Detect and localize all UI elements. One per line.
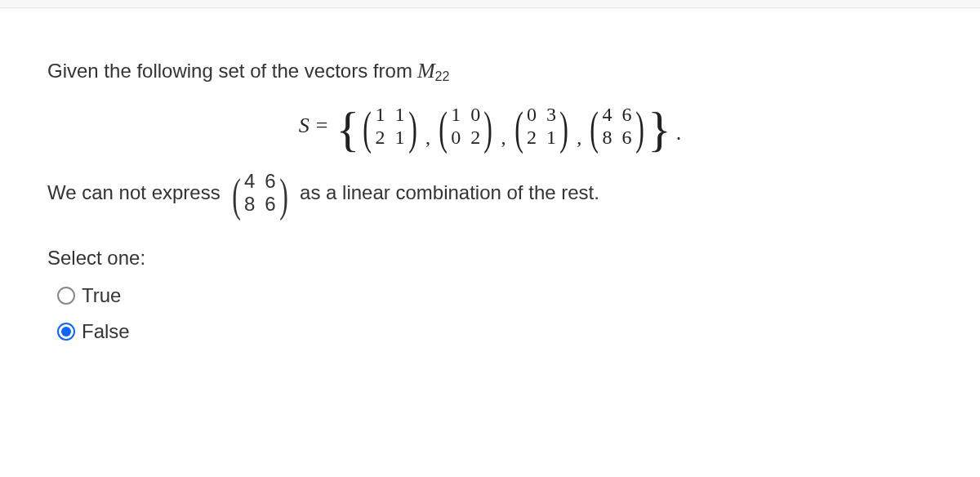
matrix-cell: 4: [244, 172, 255, 191]
matrix-cell: 2: [376, 127, 385, 147]
question-intro-line: Given the following set of the vectors f…: [47, 59, 933, 83]
matrix-cell: 0: [527, 105, 537, 124]
matrix-cell: 0: [451, 127, 461, 147]
matrix-cell: 1: [395, 105, 405, 124]
matrix-cell: 1: [395, 127, 405, 147]
matrix-cell: 1: [376, 105, 385, 124]
matrix-cell: 8: [244, 194, 255, 214]
page-root: Given the following set of the vectors f…: [0, 0, 980, 477]
set-symbol: S: [299, 114, 310, 138]
matrix-separator: ,: [501, 127, 506, 149]
matrix-grid: 0321: [527, 103, 556, 149]
option-true[interactable]: True: [57, 284, 933, 307]
space-symbol-subscript: 22: [435, 69, 450, 83]
option-false[interactable]: False: [57, 320, 933, 343]
set-matrix-1: (1121): [359, 103, 421, 149]
set-matrix-2: (1002): [435, 103, 497, 149]
equals-sign: =: [316, 114, 328, 138]
space-symbol-letter: M: [417, 59, 435, 82]
space-symbol: M22: [417, 59, 449, 83]
set-equation: S = { (1121),(1002),(0321),(4686) } .: [47, 103, 933, 149]
options-group: TrueFalse: [47, 284, 933, 343]
matrix-cell: 6: [622, 105, 632, 124]
matrix-separator: ,: [425, 127, 430, 149]
trailing-period: .: [676, 121, 682, 145]
matrix-cell: 4: [603, 105, 612, 124]
claim-prefix: We can not express: [47, 181, 220, 204]
matrix-grid: 4686: [603, 103, 632, 149]
radio-icon[interactable]: [57, 287, 75, 305]
select-one-label: Select one:: [47, 247, 933, 270]
matrix-separator: ,: [577, 127, 581, 149]
matrix-cell: 6: [265, 194, 275, 214]
matrix-cell: 0: [470, 105, 480, 124]
radio-dot-icon: [61, 327, 71, 337]
matrix-cell: 6: [265, 172, 275, 191]
matrix-grid: 4686: [244, 170, 276, 216]
question-card: Given the following set of the vectors f…: [23, 31, 957, 368]
claim-matrix: (4686): [229, 170, 292, 216]
set-lhs: S =: [299, 114, 328, 138]
matrix-grid: 1121: [376, 103, 405, 149]
matrix-cell: 3: [546, 105, 556, 124]
intro-text: Given the following set of the vectors f…: [47, 60, 412, 82]
claim-suffix: as a linear combination of the rest.: [300, 181, 599, 204]
radio-icon[interactable]: [57, 323, 75, 341]
matrix-cell: 1: [451, 105, 461, 124]
matrix-cell: 2: [470, 127, 480, 147]
window-topbar: [0, 0, 980, 8]
matrix-cell: 6: [622, 127, 632, 147]
option-label: True: [82, 284, 121, 307]
matrix-cell: 1: [546, 127, 556, 147]
claim-line: We can not express (4686) as a linear co…: [47, 170, 933, 216]
set-matrix-3: (0321): [511, 103, 572, 149]
set-matrix-4: (4686): [586, 103, 648, 149]
option-label: False: [82, 320, 130, 343]
matrix-grid: 1002: [451, 103, 480, 149]
matrix-set: (1121),(1002),(0321),(4686): [359, 103, 648, 149]
matrix-cell: 8: [603, 127, 612, 147]
matrix-cell: 2: [527, 127, 537, 147]
